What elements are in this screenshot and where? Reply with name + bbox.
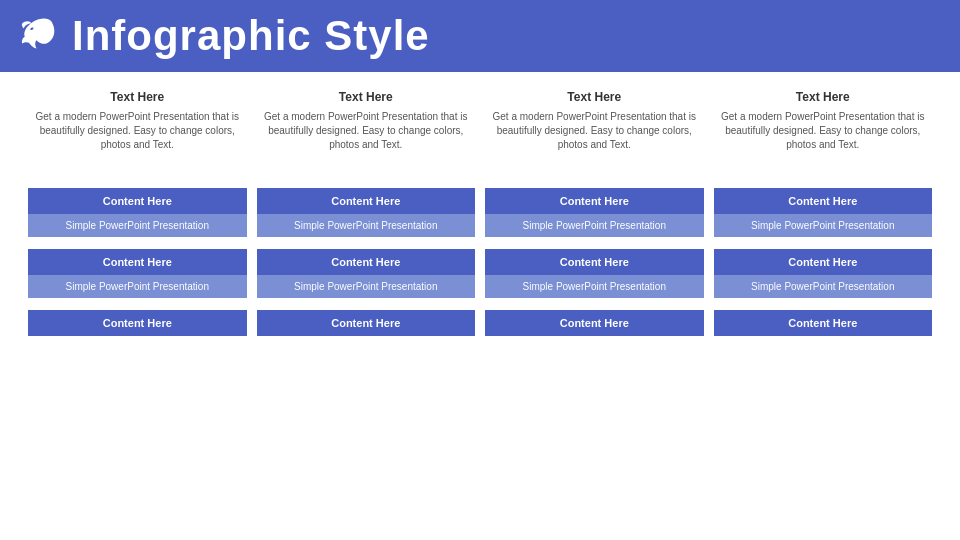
col-2-row-group-2: Content HereSimple PowerPoint Presentati… <box>257 249 476 298</box>
col-3-simple-bar-1: Simple PowerPoint Presentation <box>485 214 704 237</box>
col-2-content-bar-1: Content Here <box>257 188 476 214</box>
col-2-row-group-1: Content HereSimple PowerPoint Presentati… <box>257 188 476 237</box>
header: Infographic Style <box>0 0 960 72</box>
col-2-content-bar-2: Content Here <box>257 249 476 275</box>
main-content: Text HereGet a modern PowerPoint Present… <box>0 72 960 352</box>
col-3-row-group-2: Content HereSimple PowerPoint Presentati… <box>485 249 704 298</box>
col-1-content-bar-3: Content Here <box>28 310 247 336</box>
col-2-content-bar-3: Content Here <box>257 310 476 336</box>
col-1-content-bar-2: Content Here <box>28 249 247 275</box>
col-1-row-group-3: Content Here <box>28 310 247 336</box>
col-1-row-group-2: Content HereSimple PowerPoint Presentati… <box>28 249 247 298</box>
col-1-content-bar-1: Content Here <box>28 188 247 214</box>
col-3-title: Text Here <box>567 90 621 104</box>
col-4-content-bar-1: Content Here <box>714 188 933 214</box>
col-4-title: Text Here <box>796 90 850 104</box>
col-4-row-group-2: Content HereSimple PowerPoint Presentati… <box>714 249 933 298</box>
column-2: Text HereGet a modern PowerPoint Present… <box>257 90 476 342</box>
col-4-content-bar-2: Content Here <box>714 249 933 275</box>
col-2-simple-bar-2: Simple PowerPoint Presentation <box>257 275 476 298</box>
col-1-row-group-1: Content HereSimple PowerPoint Presentati… <box>28 188 247 237</box>
col-3-row-group-1: Content HereSimple PowerPoint Presentati… <box>485 188 704 237</box>
col-2-desc: Get a modern PowerPoint Presentation tha… <box>257 110 476 178</box>
col-3-content-bar-3: Content Here <box>485 310 704 336</box>
col-1-simple-bar-2: Simple PowerPoint Presentation <box>28 275 247 298</box>
col-3-simple-bar-2: Simple PowerPoint Presentation <box>485 275 704 298</box>
col-4-simple-bar-1: Simple PowerPoint Presentation <box>714 214 933 237</box>
col-4-row-group-3: Content Here <box>714 310 933 336</box>
col-4-simple-bar-2: Simple PowerPoint Presentation <box>714 275 933 298</box>
dove-icon <box>18 15 60 57</box>
columns-grid: Text HereGet a modern PowerPoint Present… <box>28 90 932 342</box>
col-3-content-bar-2: Content Here <box>485 249 704 275</box>
col-1-title: Text Here <box>110 90 164 104</box>
col-3-desc: Get a modern PowerPoint Presentation tha… <box>485 110 704 178</box>
col-4-row-group-1: Content HereSimple PowerPoint Presentati… <box>714 188 933 237</box>
col-1-desc: Get a modern PowerPoint Presentation tha… <box>28 110 247 178</box>
page-title: Infographic Style <box>72 12 430 60</box>
col-3-row-group-3: Content Here <box>485 310 704 336</box>
column-3: Text HereGet a modern PowerPoint Present… <box>485 90 704 342</box>
col-2-title: Text Here <box>339 90 393 104</box>
col-1-simple-bar-1: Simple PowerPoint Presentation <box>28 214 247 237</box>
col-2-row-group-3: Content Here <box>257 310 476 336</box>
col-2-simple-bar-1: Simple PowerPoint Presentation <box>257 214 476 237</box>
column-4: Text HereGet a modern PowerPoint Present… <box>714 90 933 342</box>
col-4-content-bar-3: Content Here <box>714 310 933 336</box>
column-1: Text HereGet a modern PowerPoint Present… <box>28 90 247 342</box>
col-4-desc: Get a modern PowerPoint Presentation tha… <box>714 110 933 178</box>
col-3-content-bar-1: Content Here <box>485 188 704 214</box>
